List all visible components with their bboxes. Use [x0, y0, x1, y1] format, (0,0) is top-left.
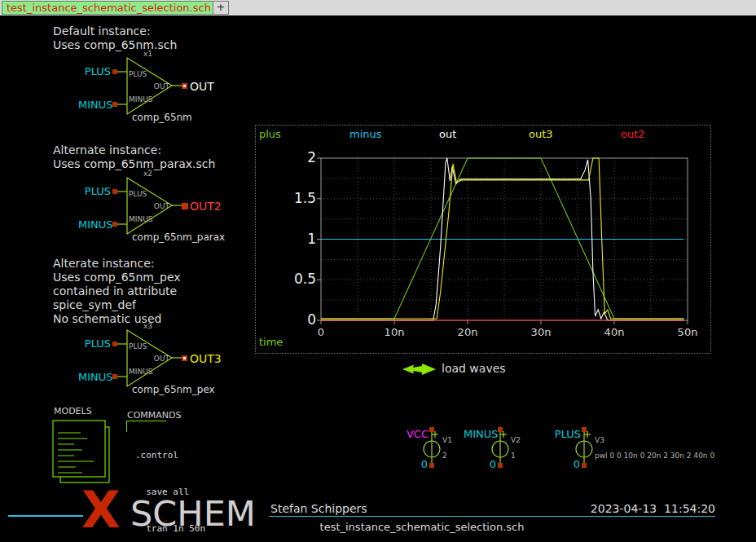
- symbol-pin-label: MINUS: [129, 215, 152, 223]
- minus-pin: [112, 374, 117, 379]
- out-pin: [182, 355, 187, 361]
- plus-pin: [112, 342, 117, 346]
- source-value: pwl 0 0 10n 0 20n 2 30n 2 40n 0: [595, 452, 714, 460]
- waveform-graph[interactable]: time 00.511.52010n20n30n40n50nplusminuso…: [255, 125, 711, 354]
- instance-name: x1: [143, 50, 152, 58]
- minus-net-label: MINUS: [78, 218, 111, 231]
- out-net-label: OUT3: [190, 352, 222, 365]
- note-alterate-instance: Alterate instance:Uses comp_65nm_pex con…: [53, 257, 181, 326]
- ground-net-label: 0: [481, 458, 496, 470]
- symbol-pin-label: PLUS: [129, 342, 147, 350]
- symbol-pin-label: OUT: [147, 202, 169, 210]
- x-tick-label: 20n: [450, 326, 486, 338]
- models-label: MODELS: [54, 406, 92, 416]
- plus-net-label: PLUS: [78, 65, 111, 77]
- source-name: V3: [595, 436, 604, 444]
- instance-name: x2: [143, 170, 152, 178]
- source-bottom-pin: [582, 463, 587, 468]
- wave-out3: [321, 158, 684, 319]
- source-name: V1: [442, 436, 452, 444]
- source-top-pin: [582, 427, 587, 432]
- symbol-name: comp_65nm_parax: [132, 231, 225, 243]
- source-top-pin: [498, 427, 503, 432]
- out-pin: [182, 83, 187, 89]
- source-value: 1: [511, 452, 516, 460]
- x-tick-label: 0: [303, 326, 339, 338]
- plus-net-label: PLUS: [78, 337, 111, 350]
- symbol-name: comp_65nm: [132, 112, 192, 123]
- xschem-window: test_instance_schematic_selection.sch + …: [0, 0, 756, 542]
- y-tick-label: 1: [280, 231, 316, 247]
- plus-pin: [112, 69, 117, 74]
- tab-current[interactable]: test_instance_schematic_selection.sch: [2, 1, 216, 15]
- waveform-plot: [256, 126, 710, 353]
- load-waves-launcher[interactable]: load waves: [401, 361, 539, 379]
- comparator-x1[interactable]: PLUS MINUS PLUS MINUS OUT x1 OUT comp_65…: [77, 49, 265, 127]
- instance-name: x3: [143, 322, 152, 330]
- author-name: Stefan Schippers: [270, 502, 367, 515]
- symbol-pin-label: PLUS: [129, 70, 147, 78]
- wave-plus: [321, 158, 684, 319]
- legend-item-out2[interactable]: out2: [621, 128, 645, 140]
- tab-bar: test_instance_schematic_selection.sch +: [0, 0, 756, 15]
- source-name: V2: [511, 436, 521, 444]
- xschem-logo-x: X: [81, 487, 121, 534]
- symbol-name: comp_65nm_pex: [132, 384, 215, 395]
- plus-net-label: PLUS: [78, 185, 111, 197]
- voltage-source-v3[interactable]: PLUS 0 V3 pwl 0 0 10n 0 20n 2 30n 2 40n …: [547, 425, 686, 474]
- x-tick-label: 30n: [523, 326, 559, 338]
- y-tick-label: 1.5: [280, 190, 316, 206]
- commands-annotation[interactable]: COMMANDS .control save all tran 1n 50n w…: [122, 406, 407, 487]
- net-label: MINUS: [464, 428, 497, 440]
- out-net-label: OUT2: [190, 200, 222, 213]
- ground-net-label: 0: [565, 458, 580, 470]
- net-label: PLUS: [547, 428, 581, 440]
- title-block-underline: [269, 516, 715, 517]
- source-bottom-pin: [429, 463, 434, 468]
- launcher-label: load waves: [442, 362, 506, 375]
- x-tick-label: 40n: [596, 326, 632, 338]
- symbol-pin-label: OUT: [147, 82, 169, 90]
- minus-net-label: MINUS: [78, 371, 111, 383]
- timestamp: 2023-04-13 11:54:20: [562, 502, 715, 515]
- note-default-instance: Default instance:Uses comp_65nm.sch: [53, 24, 177, 52]
- legend-item-out[interactable]: out: [439, 128, 456, 140]
- commands-label: COMMANDS: [127, 410, 182, 421]
- x-axis-label: time: [259, 336, 283, 348]
- source-value: 2: [442, 452, 447, 460]
- y-tick-label: 0.5: [280, 271, 316, 287]
- new-tab-button[interactable]: +: [213, 1, 229, 15]
- legend-item-plus[interactable]: plus: [259, 128, 281, 140]
- minus-net-label: MINUS: [78, 99, 111, 111]
- y-tick-label: 0: [280, 311, 316, 328]
- sheet-title: test_instance_schematic_selection.sch: [259, 521, 585, 533]
- launcher-arrow-icon: [401, 361, 438, 377]
- out-pin: [182, 203, 188, 209]
- x-tick-label: 10n: [376, 326, 412, 338]
- symbol-pin-label: MINUS: [129, 95, 152, 104]
- legend-item-minus[interactable]: minus: [349, 128, 382, 140]
- source-bottom-pin: [498, 463, 503, 468]
- out-net-label: OUT: [190, 80, 214, 93]
- comparator-x3[interactable]: PLUS MINUS PLUS MINUS OUT x3 OUT3 comp_6…: [77, 321, 265, 399]
- comparator-x2[interactable]: PLUS MINUS PLUS MINUS OUT x2 OUT2 comp_6…: [77, 169, 265, 247]
- y-tick-label: 2: [280, 149, 316, 165]
- symbol-pin-label: PLUS: [129, 190, 147, 198]
- note-alternate-instance: Alternate instance:Uses comp_65nm_parax.…: [53, 143, 215, 171]
- net-label: VCC: [395, 428, 429, 440]
- symbol-pin-label: OUT: [147, 355, 169, 363]
- legend-item-out3[interactable]: out3: [529, 128, 553, 140]
- title-block-line: [8, 515, 83, 517]
- minus-pin: [112, 222, 117, 227]
- ground-net-label: 0: [413, 458, 428, 470]
- x-tick-label: 50n: [670, 326, 705, 338]
- minus-pin: [112, 102, 117, 107]
- source-top-pin: [429, 427, 434, 432]
- xschem-logo-text: SCHEM: [130, 494, 256, 533]
- plus-pin: [112, 189, 117, 194]
- symbol-pin-label: MINUS: [129, 368, 152, 376]
